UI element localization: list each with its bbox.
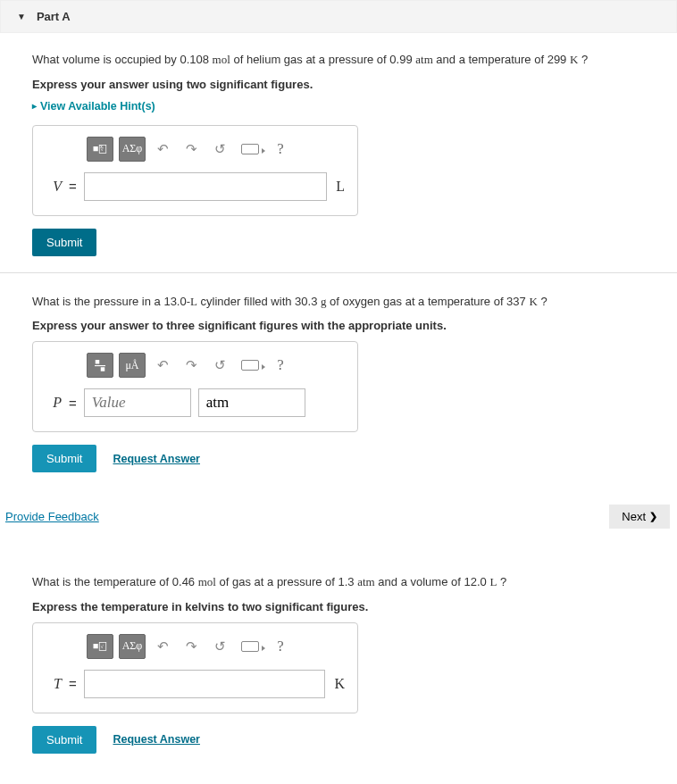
keyboard-icon xyxy=(241,360,259,371)
part-b-toolbar: μÅ ↶ ↷ ↺ ? xyxy=(87,353,345,378)
part-b-unit-input[interactable] xyxy=(198,388,305,417)
part-a-header[interactable]: ▼ Part A xyxy=(0,0,677,33)
unit-kelvin: K xyxy=(332,676,345,692)
part-a-input-row: V = L xyxy=(46,172,345,201)
provide-feedback-link[interactable]: Provide Feedback xyxy=(5,510,99,523)
equals-sign: = xyxy=(69,179,77,194)
units-button[interactable]: μÅ xyxy=(119,353,146,378)
keyboard-button[interactable] xyxy=(237,353,263,378)
keyboard-button[interactable] xyxy=(237,634,263,659)
help-button[interactable]: ? xyxy=(269,634,292,659)
part-c-submit-button[interactable]: Submit xyxy=(32,726,96,754)
variable-v: V xyxy=(46,179,62,195)
part-a-question: What volume is occupied by 0.108 mol of … xyxy=(32,51,645,69)
undo-button[interactable]: ↶ xyxy=(151,634,174,659)
part-b-value-input[interactable] xyxy=(84,388,191,417)
part-a-toolbar: x√ ΑΣφ ↶ ↷ ↺ ? xyxy=(87,137,345,162)
part-b-answer-box: μÅ ↶ ↷ ↺ ? P = xyxy=(32,341,358,432)
svg-rect-5 xyxy=(95,365,105,366)
svg-rect-0 xyxy=(94,146,98,151)
redo-button[interactable]: ↷ xyxy=(180,634,203,659)
variable-t: T xyxy=(46,676,62,692)
part-c-toolbar: √ ΑΣφ ↶ ↷ ↺ ? xyxy=(87,634,345,659)
part-c-instruction: Express the temperature in kelvins to tw… xyxy=(32,600,645,613)
undo-button[interactable]: ↶ xyxy=(151,353,174,378)
next-button[interactable]: Next xyxy=(609,505,670,529)
greek-symbols-button[interactable]: ΑΣφ xyxy=(119,634,146,659)
part-c-request-answer-link[interactable]: Request Answer xyxy=(113,733,199,746)
part-b-instruction: Express your answer to three significant… xyxy=(32,319,645,332)
part-b-submit-button[interactable]: Submit xyxy=(32,445,96,472)
reset-button[interactable]: ↺ xyxy=(208,634,231,659)
part-c-answer-input[interactable] xyxy=(84,670,326,698)
equals-sign: = xyxy=(69,676,77,691)
fraction-button[interactable] xyxy=(87,353,113,378)
keyboard-icon xyxy=(241,144,259,154)
help-button[interactable]: ? xyxy=(269,353,292,378)
divider xyxy=(0,272,677,273)
svg-rect-4 xyxy=(96,360,100,364)
reset-button[interactable]: ↺ xyxy=(208,137,231,162)
template-icon: x√ xyxy=(92,141,108,157)
part-b-content: What is the pressure in a 13.0-L cylinde… xyxy=(0,289,677,473)
part-a-answer-box: x√ ΑΣφ ↶ ↷ ↺ ? V = L xyxy=(32,125,358,216)
greek-symbols-button[interactable]: ΑΣφ xyxy=(119,137,146,162)
part-c-question: What is the temperature of 0.46 mol of g… xyxy=(32,573,645,591)
reset-button[interactable]: ↺ xyxy=(208,353,231,378)
keyboard-button[interactable] xyxy=(237,137,263,162)
redo-button[interactable]: ↷ xyxy=(180,137,203,162)
part-b-question: What is the pressure in a 13.0-L cylinde… xyxy=(32,293,645,311)
footer-row-1: Provide Feedback Next xyxy=(0,499,677,534)
template-icon: √ xyxy=(92,638,108,655)
keyboard-icon xyxy=(241,641,259,652)
fraction-icon xyxy=(92,357,108,373)
part-c-content: What is the temperature of 0.46 mol of g… xyxy=(0,570,677,754)
svg-text:√: √ xyxy=(101,644,104,649)
redo-button[interactable]: ↷ xyxy=(180,353,203,378)
equals-sign: = xyxy=(69,396,77,411)
template-picker-button[interactable]: x√ xyxy=(87,137,113,162)
part-a-answer-input[interactable] xyxy=(84,172,327,201)
part-c-input-row: T = K xyxy=(46,670,345,698)
part-b-request-answer-link[interactable]: Request Answer xyxy=(113,453,199,465)
unit-liters: L xyxy=(334,179,345,195)
caret-down-icon: ▼ xyxy=(17,12,26,21)
part-a-submit-button[interactable]: Submit xyxy=(32,229,96,256)
template-picker-button[interactable]: √ xyxy=(87,634,113,659)
svg-rect-7 xyxy=(94,644,98,648)
part-a-content: What volume is occupied by 0.108 mol of … xyxy=(0,47,677,256)
part-a-instruction: Express your answer using two significan… xyxy=(32,78,645,91)
help-button[interactable]: ? xyxy=(269,137,292,162)
part-b-input-row: P = xyxy=(46,388,345,417)
variable-p: P xyxy=(46,395,62,411)
footer-row-2: Provide Feedback Next xyxy=(0,780,677,785)
part-c-answer-box: √ ΑΣφ ↶ ↷ ↺ ? T = K xyxy=(32,622,358,713)
svg-text:√: √ xyxy=(101,146,104,152)
svg-rect-6 xyxy=(101,367,105,371)
part-a-title: Part A xyxy=(37,10,71,23)
view-hints-link[interactable]: View Available Hint(s) xyxy=(32,100,645,113)
undo-button[interactable]: ↶ xyxy=(151,137,174,162)
